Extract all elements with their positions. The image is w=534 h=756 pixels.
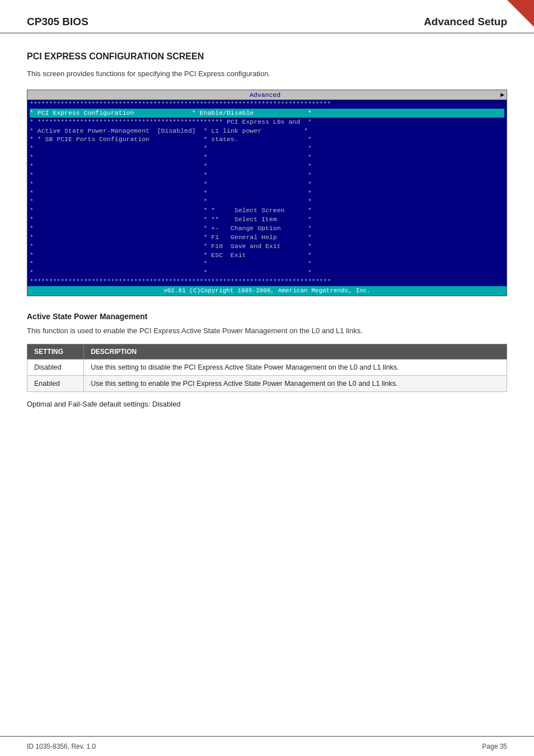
bios-line-7: * * * [30,171,504,180]
bios-title-close[interactable]: ► [500,91,504,100]
page-footer: ID 1035-8356, Rev. 1.0 Page 35 [0,736,534,756]
settings-table: SETTING DESCRIPTION Disabled Use this se… [27,344,507,392]
bios-title-bar: Advanced ► [27,90,507,100]
bios-line-0: * PCI Express Configuration * Enable/Dis… [30,109,504,118]
bios-line-6: * * * [30,162,504,171]
bios-line-9: * * * [30,189,504,198]
bios-body: ****************************************… [27,100,507,286]
section-title: PCI EXPRESS CONFIGURATION SCREEN [27,52,507,62]
bios-bottom-bar: v02.61 (C)Copyright 1985-2006, American … [27,286,507,296]
col-description: DESCRIPTION [84,344,507,360]
optimal-note: Optimal and Fail-Safe default settings: … [27,400,507,408]
footer-id: ID 1035-8356, Rev. 1.0 [27,743,96,750]
footer-page: Page 35 [482,743,507,750]
bios-line-3: * * SB PCIE Ports Configuration * states… [30,135,504,144]
bios-stars-bottom: ****************************************… [30,277,504,286]
subsection-title: Active State Power Management [27,312,507,321]
bios-line-4: * * * [30,144,504,153]
bios-line-12: * * ** Select Item * [30,215,504,224]
bios-line-10: * * * [30,197,504,206]
section-intro: This screen provides functions for speci… [27,68,507,80]
desc-enabled: Use this setting to enable the PCI Expre… [84,376,507,392]
bios-line-1: * **************************************… [30,118,504,127]
setting-enabled: Enabled [27,376,84,392]
desc-disabled: Use this setting to disable the PCI Expr… [84,360,507,376]
main-content: PCI EXPRESS CONFIGURATION SCREEN This sc… [0,34,534,736]
bios-line-13: * * +- Change Option * [30,224,504,233]
bios-line-2: * Active State Power-Management [Disable… [30,127,504,136]
bios-title-text: Advanced [30,91,500,100]
header-left-title: CP305 BIOS [27,16,88,28]
bios-line-8: * * * [30,180,504,189]
subsection-intro: This function is used to enable the PCI … [27,325,507,337]
header-right-title: Advanced Setup [424,16,507,28]
bios-screen: Advanced ► *****************************… [27,90,507,296]
setting-disabled: Disabled [27,360,84,376]
page-container: CP305 BIOS Advanced Setup PCI EXPRESS CO… [0,0,534,756]
page-header: CP305 BIOS Advanced Setup [0,0,534,34]
bios-line-16: * * ESC Exit * [30,251,504,260]
bios-line-14: * * F1 General Help * [30,233,504,242]
col-setting: SETTING [27,344,84,360]
bios-line-11: * * * Select Screen * [30,206,504,215]
table-row: Enabled Use this setting to enable the P… [27,376,507,392]
bios-line-17: * * * [30,259,504,268]
bios-line-18: * * * [30,268,504,277]
table-row: Disabled Use this setting to disable the… [27,360,507,376]
bios-line-15: * * F10 Save and Exit * [30,242,504,251]
bios-line-5: * * * [30,153,504,162]
bios-stars-top: ****************************************… [30,100,504,109]
